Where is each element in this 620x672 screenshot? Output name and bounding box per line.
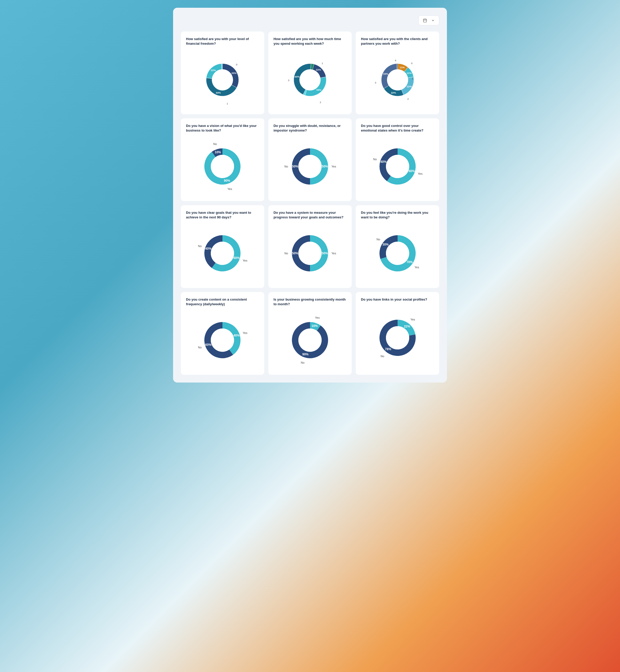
donut-chart: 33%44%22% 0 2 1 [199,56,246,108]
svg-text:90%: 90% [224,179,230,183]
svg-text:60%: 60% [234,256,240,260]
card-12: Do you have links in your social profile… [356,292,439,375]
card-question: How satisfied are you with your level of… [186,37,259,46]
svg-text:40%: 40% [205,247,212,250]
card-1: How satisfied are you with your level of… [181,32,264,114]
donut-chart: 60% 40% Yes No [199,230,246,277]
svg-text:40%: 40% [234,334,240,337]
donut-chart: 50% 50% Yes No [287,230,333,277]
svg-point-69 [386,326,409,349]
card-question: How satisfied are you with how much time… [273,37,347,46]
svg-text:No: No [380,354,384,358]
svg-text:50%: 50% [322,251,328,255]
svg-point-49 [298,242,322,265]
card-10: Do you create content on a consistent fr… [181,292,264,375]
svg-text:0: 0 [411,62,413,64]
card-question: Is your business growing consistently mo… [273,297,347,306]
card-4: Do you have a vision of what you'd like … [181,118,264,201]
svg-text:60%: 60% [205,343,212,347]
svg-text:1: 1 [227,102,228,105]
card-question: Do you feel like you're doing the work y… [361,210,434,220]
chart-container: 60% 40% Yes No [199,230,246,277]
svg-text:33%: 33% [231,71,237,75]
svg-text:No: No [213,142,217,146]
chart-container: 11%11%22%22%33% 4 0 1 2 3 [374,56,421,103]
card-5: Do you struggle with doubt, resistance, … [268,118,352,201]
svg-point-11 [299,69,320,91]
chart-container: 10% 90% Yes No [287,317,333,364]
svg-text:Yes: Yes [414,266,419,269]
card-11: Is your business growing consistently mo… [268,292,352,375]
svg-text:No: No [198,346,202,349]
svg-text:2: 2 [320,101,321,104]
chart-container: 22% 78% Yes No [374,315,421,361]
card-8: Do you have a system to measure your pro… [268,205,352,288]
svg-text:3: 3 [374,81,376,84]
donut-chart: 40% 60% Yes No [199,317,246,364]
svg-text:Yes: Yes [243,331,248,334]
svg-text:33%: 33% [316,89,321,92]
cards-grid: How satisfied are you with your level of… [181,32,439,375]
svg-point-39 [386,155,409,178]
svg-text:2: 2 [407,97,409,100]
card-7: Do you have clear goals that you want to… [181,205,264,288]
svg-text:No: No [373,158,377,161]
card-3: How satisfied are you with the clients a… [356,32,439,114]
svg-text:22%: 22% [316,68,321,71]
svg-text:40%: 40% [380,160,386,163]
svg-text:33%: 33% [383,73,388,75]
chevron-down-icon [431,18,435,22]
svg-text:70%: 70% [406,260,413,264]
chart-container: 22%33%44% 1 3 2 [287,56,333,103]
svg-point-64 [298,329,322,352]
svg-text:78%: 78% [385,347,391,351]
card-question: Do you have clear goals that you want to… [186,210,259,220]
svg-text:11%: 11% [399,66,405,69]
svg-point-29 [211,155,234,178]
card-question: Do you have a system to measure your pro… [273,210,347,220]
svg-text:2: 2 [208,78,210,80]
chart-container: 40% 60% Yes No [199,317,246,364]
svg-point-34 [298,155,322,178]
svg-text:22%: 22% [391,91,396,94]
svg-text:50%: 50% [322,164,328,168]
svg-text:50%: 50% [292,251,298,255]
chart-container: 70% 30% Yes No [374,230,421,277]
svg-text:Yes: Yes [331,165,336,168]
card-question: Do you have links in your social profile… [361,297,434,302]
svg-text:No: No [285,165,288,168]
svg-point-59 [211,329,234,352]
svg-text:1: 1 [322,62,323,64]
svg-text:11%: 11% [406,71,412,75]
card-9: Do you feel like you're doing the work y… [356,205,439,288]
svg-text:No: No [285,252,288,255]
svg-text:No: No [198,244,202,248]
main-container: How satisfied are you with your level of… [173,8,447,383]
svg-text:44%: 44% [216,91,221,94]
donut-chart: 11%11%22%22%33% 4 0 1 2 3 [374,56,421,108]
svg-text:3: 3 [288,79,289,82]
svg-text:50%: 50% [292,164,298,168]
donut-chart: 10% 90% Yes No [287,317,333,364]
chart-container: 50% 50% Yes No [287,143,333,190]
card-question: Do you struggle with doubt, resistance, … [273,124,347,133]
svg-text:Yes: Yes [243,259,248,262]
donut-chart: 22% 78% Yes No [374,315,421,361]
chart-container: 90% 10% Yes No [199,143,246,190]
svg-text:4: 4 [395,59,396,62]
header [181,15,439,25]
svg-text:22%: 22% [211,69,216,71]
svg-text:1: 1 [412,77,413,80]
card-6: Do you have good control over your emoti… [356,118,439,201]
date-filter-button[interactable] [418,15,439,25]
svg-point-44 [211,242,234,265]
card-question: How satisfied are you with the clients a… [361,37,434,46]
donut-chart: 70% 30% Yes No [374,230,421,277]
svg-text:0: 0 [236,63,238,66]
svg-text:10%: 10% [215,151,221,154]
svg-text:44%: 44% [295,75,300,78]
svg-text:30%: 30% [382,243,389,246]
svg-text:90%: 90% [302,352,308,356]
card-question: Do you have a vision of what you'd like … [186,124,259,133]
chart-container: 60% 40% Yes No [374,143,421,190]
